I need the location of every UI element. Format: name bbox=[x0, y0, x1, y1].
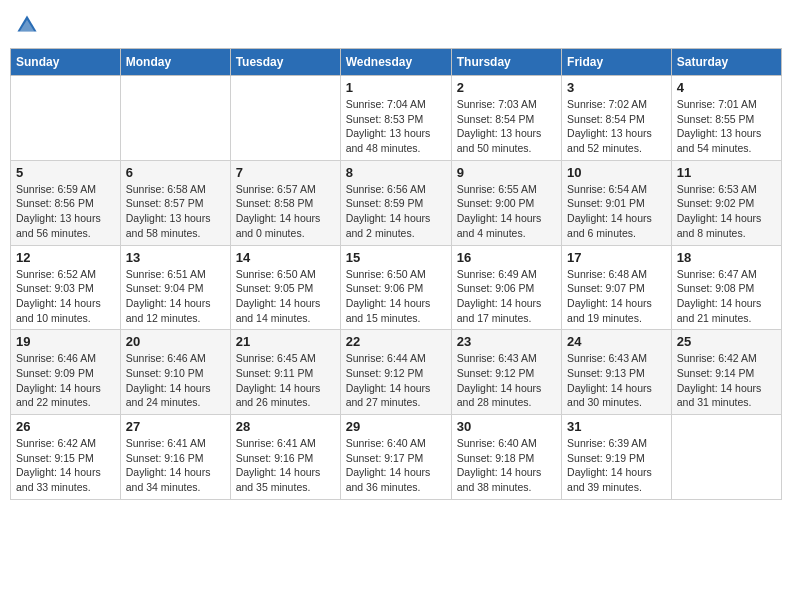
day-info: Sunrise: 6:39 AM Sunset: 9:19 PM Dayligh… bbox=[567, 436, 666, 495]
day-number: 7 bbox=[236, 165, 335, 180]
calendar-table: SundayMondayTuesdayWednesdayThursdayFrid… bbox=[10, 48, 782, 500]
calendar-day-cell bbox=[230, 76, 340, 161]
calendar-day-cell: 22Sunrise: 6:44 AM Sunset: 9:12 PM Dayli… bbox=[340, 330, 451, 415]
calendar-day-cell: 1Sunrise: 7:04 AM Sunset: 8:53 PM Daylig… bbox=[340, 76, 451, 161]
calendar-day-cell: 25Sunrise: 6:42 AM Sunset: 9:14 PM Dayli… bbox=[671, 330, 781, 415]
day-number: 23 bbox=[457, 334, 556, 349]
calendar-week-row: 26Sunrise: 6:42 AM Sunset: 9:15 PM Dayli… bbox=[11, 415, 782, 500]
calendar-day-cell: 15Sunrise: 6:50 AM Sunset: 9:06 PM Dayli… bbox=[340, 245, 451, 330]
day-info: Sunrise: 6:50 AM Sunset: 9:05 PM Dayligh… bbox=[236, 267, 335, 326]
calendar-day-cell bbox=[671, 415, 781, 500]
day-number: 15 bbox=[346, 250, 446, 265]
day-number: 26 bbox=[16, 419, 115, 434]
day-number: 28 bbox=[236, 419, 335, 434]
day-info: Sunrise: 6:46 AM Sunset: 9:09 PM Dayligh… bbox=[16, 351, 115, 410]
logo-icon bbox=[16, 14, 38, 36]
day-info: Sunrise: 6:56 AM Sunset: 8:59 PM Dayligh… bbox=[346, 182, 446, 241]
day-number: 1 bbox=[346, 80, 446, 95]
day-number: 8 bbox=[346, 165, 446, 180]
day-info: Sunrise: 6:41 AM Sunset: 9:16 PM Dayligh… bbox=[236, 436, 335, 495]
day-info: Sunrise: 6:53 AM Sunset: 9:02 PM Dayligh… bbox=[677, 182, 776, 241]
day-info: Sunrise: 7:01 AM Sunset: 8:55 PM Dayligh… bbox=[677, 97, 776, 156]
calendar-day-cell: 27Sunrise: 6:41 AM Sunset: 9:16 PM Dayli… bbox=[120, 415, 230, 500]
calendar-day-cell: 10Sunrise: 6:54 AM Sunset: 9:01 PM Dayli… bbox=[562, 160, 672, 245]
calendar-day-cell: 23Sunrise: 6:43 AM Sunset: 9:12 PM Dayli… bbox=[451, 330, 561, 415]
calendar-day-cell: 5Sunrise: 6:59 AM Sunset: 8:56 PM Daylig… bbox=[11, 160, 121, 245]
calendar-week-row: 19Sunrise: 6:46 AM Sunset: 9:09 PM Dayli… bbox=[11, 330, 782, 415]
calendar-day-cell bbox=[120, 76, 230, 161]
day-of-week-header: Monday bbox=[120, 49, 230, 76]
calendar-day-cell: 12Sunrise: 6:52 AM Sunset: 9:03 PM Dayli… bbox=[11, 245, 121, 330]
calendar-day-cell: 14Sunrise: 6:50 AM Sunset: 9:05 PM Dayli… bbox=[230, 245, 340, 330]
day-number: 13 bbox=[126, 250, 225, 265]
day-of-week-header: Wednesday bbox=[340, 49, 451, 76]
calendar-day-cell: 2Sunrise: 7:03 AM Sunset: 8:54 PM Daylig… bbox=[451, 76, 561, 161]
day-number: 25 bbox=[677, 334, 776, 349]
day-info: Sunrise: 7:03 AM Sunset: 8:54 PM Dayligh… bbox=[457, 97, 556, 156]
day-number: 10 bbox=[567, 165, 666, 180]
day-info: Sunrise: 6:55 AM Sunset: 9:00 PM Dayligh… bbox=[457, 182, 556, 241]
day-info: Sunrise: 7:04 AM Sunset: 8:53 PM Dayligh… bbox=[346, 97, 446, 156]
calendar-day-cell: 26Sunrise: 6:42 AM Sunset: 9:15 PM Dayli… bbox=[11, 415, 121, 500]
day-info: Sunrise: 6:46 AM Sunset: 9:10 PM Dayligh… bbox=[126, 351, 225, 410]
day-info: Sunrise: 6:49 AM Sunset: 9:06 PM Dayligh… bbox=[457, 267, 556, 326]
day-info: Sunrise: 6:52 AM Sunset: 9:03 PM Dayligh… bbox=[16, 267, 115, 326]
day-info: Sunrise: 6:54 AM Sunset: 9:01 PM Dayligh… bbox=[567, 182, 666, 241]
day-number: 3 bbox=[567, 80, 666, 95]
day-number: 31 bbox=[567, 419, 666, 434]
calendar-week-row: 12Sunrise: 6:52 AM Sunset: 9:03 PM Dayli… bbox=[11, 245, 782, 330]
calendar-day-cell: 7Sunrise: 6:57 AM Sunset: 8:58 PM Daylig… bbox=[230, 160, 340, 245]
day-of-week-header: Thursday bbox=[451, 49, 561, 76]
day-number: 6 bbox=[126, 165, 225, 180]
day-number: 20 bbox=[126, 334, 225, 349]
calendar-week-row: 1Sunrise: 7:04 AM Sunset: 8:53 PM Daylig… bbox=[11, 76, 782, 161]
calendar-day-cell: 6Sunrise: 6:58 AM Sunset: 8:57 PM Daylig… bbox=[120, 160, 230, 245]
day-info: Sunrise: 6:42 AM Sunset: 9:14 PM Dayligh… bbox=[677, 351, 776, 410]
day-info: Sunrise: 6:43 AM Sunset: 9:13 PM Dayligh… bbox=[567, 351, 666, 410]
day-info: Sunrise: 6:58 AM Sunset: 8:57 PM Dayligh… bbox=[126, 182, 225, 241]
day-info: Sunrise: 6:43 AM Sunset: 9:12 PM Dayligh… bbox=[457, 351, 556, 410]
day-number: 5 bbox=[16, 165, 115, 180]
calendar-day-cell: 20Sunrise: 6:46 AM Sunset: 9:10 PM Dayli… bbox=[120, 330, 230, 415]
calendar-day-cell: 13Sunrise: 6:51 AM Sunset: 9:04 PM Dayli… bbox=[120, 245, 230, 330]
day-of-week-header: Friday bbox=[562, 49, 672, 76]
day-number: 22 bbox=[346, 334, 446, 349]
day-number: 17 bbox=[567, 250, 666, 265]
page-header bbox=[10, 10, 782, 40]
day-info: Sunrise: 6:59 AM Sunset: 8:56 PM Dayligh… bbox=[16, 182, 115, 241]
calendar-day-cell: 21Sunrise: 6:45 AM Sunset: 9:11 PM Dayli… bbox=[230, 330, 340, 415]
day-number: 16 bbox=[457, 250, 556, 265]
day-number: 11 bbox=[677, 165, 776, 180]
calendar-day-cell: 4Sunrise: 7:01 AM Sunset: 8:55 PM Daylig… bbox=[671, 76, 781, 161]
calendar-day-cell: 3Sunrise: 7:02 AM Sunset: 8:54 PM Daylig… bbox=[562, 76, 672, 161]
day-of-week-header: Sunday bbox=[11, 49, 121, 76]
calendar-day-cell: 29Sunrise: 6:40 AM Sunset: 9:17 PM Dayli… bbox=[340, 415, 451, 500]
day-number: 9 bbox=[457, 165, 556, 180]
calendar-header-row: SundayMondayTuesdayWednesdayThursdayFrid… bbox=[11, 49, 782, 76]
day-info: Sunrise: 6:40 AM Sunset: 9:17 PM Dayligh… bbox=[346, 436, 446, 495]
day-info: Sunrise: 6:40 AM Sunset: 9:18 PM Dayligh… bbox=[457, 436, 556, 495]
day-info: Sunrise: 6:57 AM Sunset: 8:58 PM Dayligh… bbox=[236, 182, 335, 241]
calendar-day-cell: 17Sunrise: 6:48 AM Sunset: 9:07 PM Dayli… bbox=[562, 245, 672, 330]
calendar-day-cell: 8Sunrise: 6:56 AM Sunset: 8:59 PM Daylig… bbox=[340, 160, 451, 245]
day-number: 14 bbox=[236, 250, 335, 265]
day-number: 2 bbox=[457, 80, 556, 95]
calendar-day-cell: 9Sunrise: 6:55 AM Sunset: 9:00 PM Daylig… bbox=[451, 160, 561, 245]
day-info: Sunrise: 6:45 AM Sunset: 9:11 PM Dayligh… bbox=[236, 351, 335, 410]
calendar-week-row: 5Sunrise: 6:59 AM Sunset: 8:56 PM Daylig… bbox=[11, 160, 782, 245]
day-number: 19 bbox=[16, 334, 115, 349]
day-info: Sunrise: 6:50 AM Sunset: 9:06 PM Dayligh… bbox=[346, 267, 446, 326]
day-of-week-header: Tuesday bbox=[230, 49, 340, 76]
calendar-day-cell: 11Sunrise: 6:53 AM Sunset: 9:02 PM Dayli… bbox=[671, 160, 781, 245]
day-info: Sunrise: 6:48 AM Sunset: 9:07 PM Dayligh… bbox=[567, 267, 666, 326]
day-number: 21 bbox=[236, 334, 335, 349]
day-number: 29 bbox=[346, 419, 446, 434]
calendar-day-cell: 28Sunrise: 6:41 AM Sunset: 9:16 PM Dayli… bbox=[230, 415, 340, 500]
day-number: 30 bbox=[457, 419, 556, 434]
day-number: 12 bbox=[16, 250, 115, 265]
day-of-week-header: Saturday bbox=[671, 49, 781, 76]
day-info: Sunrise: 6:44 AM Sunset: 9:12 PM Dayligh… bbox=[346, 351, 446, 410]
day-number: 24 bbox=[567, 334, 666, 349]
logo bbox=[16, 14, 40, 36]
day-info: Sunrise: 6:41 AM Sunset: 9:16 PM Dayligh… bbox=[126, 436, 225, 495]
